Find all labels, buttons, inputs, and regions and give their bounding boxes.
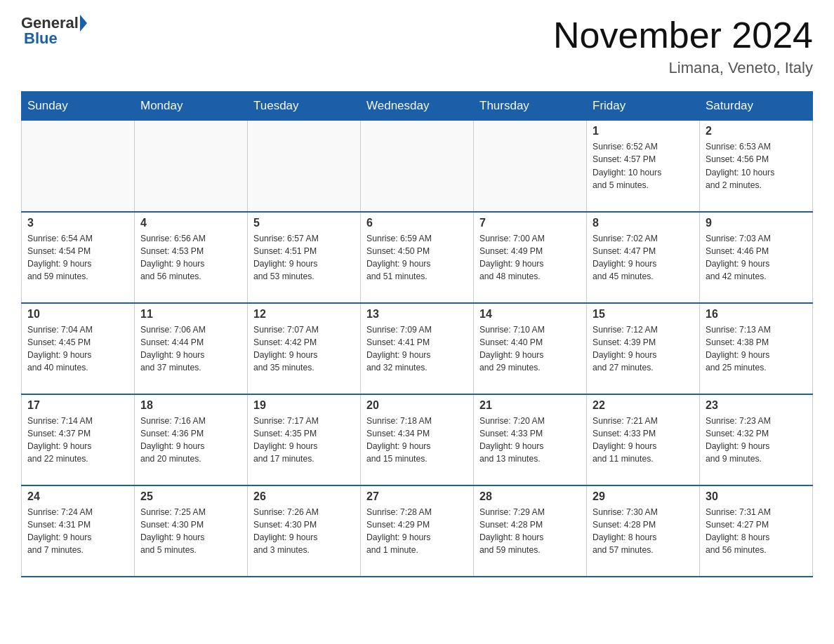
calendar-cell: 9Sunrise: 7:03 AM Sunset: 4:46 PM Daylig… — [700, 212, 813, 303]
calendar-cell: 25Sunrise: 7:25 AM Sunset: 4:30 PM Dayli… — [135, 485, 248, 577]
day-number: 28 — [479, 490, 581, 503]
calendar-week-row: 10Sunrise: 7:04 AM Sunset: 4:45 PM Dayli… — [22, 303, 813, 394]
day-number: 14 — [479, 308, 581, 321]
weekday-header-wednesday: Wednesday — [361, 92, 474, 121]
day-info: Sunrise: 7:09 AM Sunset: 4:41 PM Dayligh… — [366, 323, 468, 375]
day-info: Sunrise: 6:59 AM Sunset: 4:50 PM Dayligh… — [366, 232, 468, 283]
calendar-cell: 11Sunrise: 7:06 AM Sunset: 4:44 PM Dayli… — [135, 303, 248, 394]
calendar-cell: 8Sunrise: 7:02 AM Sunset: 4:47 PM Daylig… — [587, 212, 700, 303]
day-number: 17 — [27, 399, 128, 412]
day-number: 10 — [27, 308, 128, 321]
calendar-cell: 3Sunrise: 6:54 AM Sunset: 4:54 PM Daylig… — [22, 212, 135, 303]
day-info: Sunrise: 7:04 AM Sunset: 4:45 PM Dayligh… — [27, 323, 128, 375]
day-info: Sunrise: 7:07 AM Sunset: 4:42 PM Dayligh… — [253, 323, 355, 375]
logo: General Blue — [21, 14, 87, 48]
calendar-week-row: 1Sunrise: 6:52 AM Sunset: 4:57 PM Daylig… — [22, 121, 813, 212]
day-info: Sunrise: 7:23 AM Sunset: 4:32 PM Dayligh… — [706, 415, 807, 466]
day-number: 24 — [27, 490, 128, 503]
calendar-cell: 23Sunrise: 7:23 AM Sunset: 4:32 PM Dayli… — [700, 394, 813, 485]
calendar-week-row: 24Sunrise: 7:24 AM Sunset: 4:31 PM Dayli… — [22, 485, 813, 577]
title-section: November 2024 Limana, Veneto, Italy — [553, 14, 813, 77]
day-number: 3 — [27, 217, 128, 229]
day-number: 23 — [706, 399, 807, 412]
day-number: 2 — [706, 125, 807, 137]
day-info: Sunrise: 7:14 AM Sunset: 4:37 PM Dayligh… — [27, 415, 128, 466]
calendar-header: SundayMondayTuesdayWednesdayThursdayFrid… — [22, 92, 813, 121]
calendar-subtitle: Limana, Veneto, Italy — [553, 59, 813, 77]
day-info: Sunrise: 7:30 AM Sunset: 4:28 PM Dayligh… — [593, 506, 694, 557]
day-info: Sunrise: 7:10 AM Sunset: 4:40 PM Dayligh… — [479, 323, 581, 375]
day-info: Sunrise: 7:03 AM Sunset: 4:46 PM Dayligh… — [706, 232, 807, 283]
day-number: 1 — [593, 125, 694, 137]
weekday-header-row: SundayMondayTuesdayWednesdayThursdayFrid… — [22, 92, 813, 121]
day-info: Sunrise: 7:25 AM Sunset: 4:30 PM Dayligh… — [140, 506, 241, 557]
calendar-cell — [474, 121, 587, 212]
day-info: Sunrise: 7:21 AM Sunset: 4:33 PM Dayligh… — [593, 415, 694, 466]
day-number: 26 — [253, 490, 355, 503]
day-info: Sunrise: 7:02 AM Sunset: 4:47 PM Dayligh… — [593, 232, 694, 283]
calendar-cell: 14Sunrise: 7:10 AM Sunset: 4:40 PM Dayli… — [474, 303, 587, 394]
day-info: Sunrise: 7:29 AM Sunset: 4:28 PM Dayligh… — [479, 506, 581, 557]
day-number: 21 — [479, 399, 581, 412]
day-number: 4 — [140, 217, 241, 229]
calendar-cell: 18Sunrise: 7:16 AM Sunset: 4:36 PM Dayli… — [135, 394, 248, 485]
calendar-cell: 12Sunrise: 7:07 AM Sunset: 4:42 PM Dayli… — [248, 303, 361, 394]
day-number: 6 — [366, 217, 468, 229]
weekday-header-sunday: Sunday — [22, 92, 135, 121]
day-info: Sunrise: 7:12 AM Sunset: 4:39 PM Dayligh… — [593, 323, 694, 375]
day-info: Sunrise: 7:20 AM Sunset: 4:33 PM Dayligh… — [479, 415, 581, 466]
day-info: Sunrise: 7:06 AM Sunset: 4:44 PM Dayligh… — [140, 323, 241, 375]
calendar-week-row: 17Sunrise: 7:14 AM Sunset: 4:37 PM Dayli… — [22, 394, 813, 485]
calendar-cell — [135, 121, 248, 212]
day-info: Sunrise: 7:24 AM Sunset: 4:31 PM Dayligh… — [27, 506, 128, 557]
day-number: 12 — [253, 308, 355, 321]
calendar-cell: 15Sunrise: 7:12 AM Sunset: 4:39 PM Dayli… — [587, 303, 700, 394]
calendar-cell: 24Sunrise: 7:24 AM Sunset: 4:31 PM Dayli… — [22, 485, 135, 577]
day-info: Sunrise: 7:13 AM Sunset: 4:38 PM Dayligh… — [706, 323, 807, 375]
day-info: Sunrise: 7:28 AM Sunset: 4:29 PM Dayligh… — [366, 506, 468, 557]
weekday-header-friday: Friday — [587, 92, 700, 121]
day-info: Sunrise: 6:57 AM Sunset: 4:51 PM Dayligh… — [253, 232, 355, 283]
day-info: Sunrise: 7:00 AM Sunset: 4:49 PM Dayligh… — [479, 232, 581, 283]
day-number: 16 — [706, 308, 807, 321]
calendar-cell: 21Sunrise: 7:20 AM Sunset: 4:33 PM Dayli… — [474, 394, 587, 485]
calendar-cell: 6Sunrise: 6:59 AM Sunset: 4:50 PM Daylig… — [361, 212, 474, 303]
calendar-cell: 5Sunrise: 6:57 AM Sunset: 4:51 PM Daylig… — [248, 212, 361, 303]
calendar-cell: 19Sunrise: 7:17 AM Sunset: 4:35 PM Dayli… — [248, 394, 361, 485]
day-number: 19 — [253, 399, 355, 412]
calendar-cell: 22Sunrise: 7:21 AM Sunset: 4:33 PM Dayli… — [587, 394, 700, 485]
calendar-cell — [361, 121, 474, 212]
day-info: Sunrise: 6:56 AM Sunset: 4:53 PM Dayligh… — [140, 232, 241, 283]
day-info: Sunrise: 7:26 AM Sunset: 4:30 PM Dayligh… — [253, 506, 355, 557]
day-info: Sunrise: 7:31 AM Sunset: 4:27 PM Dayligh… — [706, 506, 807, 557]
day-number: 13 — [366, 308, 468, 321]
calendar-cell: 16Sunrise: 7:13 AM Sunset: 4:38 PM Dayli… — [700, 303, 813, 394]
calendar-cell: 1Sunrise: 6:52 AM Sunset: 4:57 PM Daylig… — [587, 121, 700, 212]
calendar-table: SundayMondayTuesdayWednesdayThursdayFrid… — [21, 91, 813, 577]
day-info: Sunrise: 6:54 AM Sunset: 4:54 PM Dayligh… — [27, 232, 128, 283]
logo-triangle-icon — [80, 15, 87, 32]
day-info: Sunrise: 7:18 AM Sunset: 4:34 PM Dayligh… — [366, 415, 468, 466]
calendar-cell: 29Sunrise: 7:30 AM Sunset: 4:28 PM Dayli… — [587, 485, 700, 577]
day-number: 9 — [706, 217, 807, 229]
day-number: 5 — [253, 217, 355, 229]
weekday-header-thursday: Thursday — [474, 92, 587, 121]
page-header: General Blue November 2024 Limana, Venet… — [21, 14, 813, 77]
day-number: 20 — [366, 399, 468, 412]
calendar-cell: 10Sunrise: 7:04 AM Sunset: 4:45 PM Dayli… — [22, 303, 135, 394]
calendar-cell — [22, 121, 135, 212]
calendar-cell — [248, 121, 361, 212]
calendar-cell: 4Sunrise: 6:56 AM Sunset: 4:53 PM Daylig… — [135, 212, 248, 303]
calendar-cell: 13Sunrise: 7:09 AM Sunset: 4:41 PM Dayli… — [361, 303, 474, 394]
weekday-header-saturday: Saturday — [700, 92, 813, 121]
calendar-cell: 7Sunrise: 7:00 AM Sunset: 4:49 PM Daylig… — [474, 212, 587, 303]
day-number: 25 — [140, 490, 241, 503]
calendar-cell: 30Sunrise: 7:31 AM Sunset: 4:27 PM Dayli… — [700, 485, 813, 577]
day-info: Sunrise: 7:16 AM Sunset: 4:36 PM Dayligh… — [140, 415, 241, 466]
day-info: Sunrise: 6:53 AM Sunset: 4:56 PM Dayligh… — [706, 140, 807, 192]
calendar-title: November 2024 — [553, 14, 813, 56]
calendar-body: 1Sunrise: 6:52 AM Sunset: 4:57 PM Daylig… — [22, 121, 813, 577]
calendar-cell: 28Sunrise: 7:29 AM Sunset: 4:28 PM Dayli… — [474, 485, 587, 577]
weekday-header-tuesday: Tuesday — [248, 92, 361, 121]
calendar-cell: 20Sunrise: 7:18 AM Sunset: 4:34 PM Dayli… — [361, 394, 474, 485]
